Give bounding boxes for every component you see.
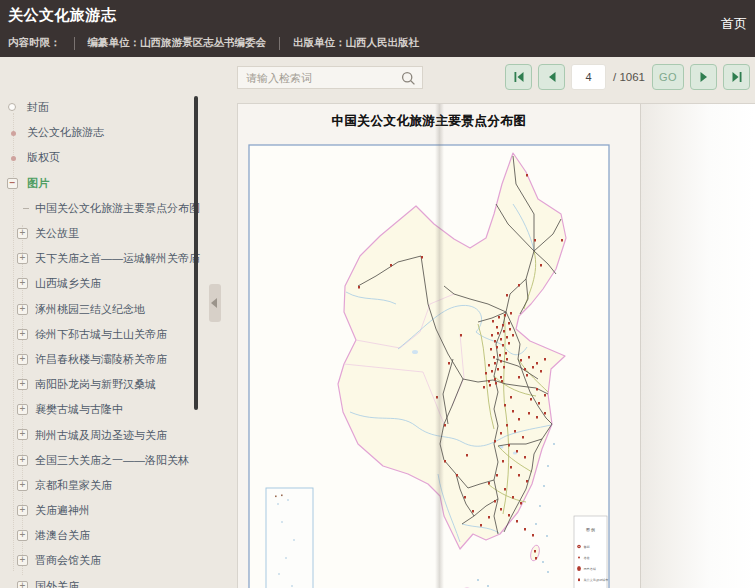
- expand-plus-icon[interactable]: +: [17, 329, 28, 340]
- toc-tree: 封面 关公文化旅游志 版权页 −图片 中国关公文化旅游主要景点分布图 +关公故里…: [0, 95, 199, 588]
- search-input[interactable]: [238, 67, 422, 88]
- header: 关公文化旅游志 首页 内容时限： 编纂单位：山西旅游景区志丛书编委会 出版单位：…: [0, 0, 755, 57]
- expand-plus-icon[interactable]: +: [17, 304, 28, 315]
- expand-plus-icon[interactable]: +: [17, 379, 28, 390]
- tree-item[interactable]: +京都和皇家关庙: [0, 473, 199, 498]
- map-legend: 图 例 首都 省会 历史名城 关公文化旅游城市 关公文化旅游景点: [574, 516, 608, 588]
- tree-item[interactable]: +天下关庙之首——运城解州关帝庙: [0, 246, 199, 271]
- last-page-icon: [731, 71, 743, 83]
- next-page-icon: [698, 71, 710, 83]
- meta-publisher: 出版单位：山西人民出版社: [293, 36, 419, 50]
- page-number-input[interactable]: [571, 64, 606, 90]
- collapse-minus-icon[interactable]: −: [7, 178, 18, 189]
- tree-item[interactable]: 版权页: [0, 145, 199, 170]
- dot-bullet-icon: [11, 131, 16, 136]
- expand-plus-icon[interactable]: +: [17, 278, 28, 289]
- tree-item-cover[interactable]: 封面: [0, 95, 199, 120]
- lake: [412, 350, 418, 354]
- page-viewer: 中国关公文化旅游主要景点分布图: [237, 103, 755, 588]
- expand-plus-icon[interactable]: +: [17, 253, 28, 264]
- tree-item[interactable]: +襄樊古城与古隆中: [0, 397, 199, 422]
- page-total: / 1061: [613, 71, 645, 83]
- legend-item: 首都: [584, 545, 590, 549]
- tree-item[interactable]: +晋商会馆关庙: [0, 548, 199, 573]
- expand-plus-icon[interactable]: +: [17, 429, 28, 440]
- meta-editor: 编纂单位：山西旅游景区志丛书编委会: [88, 36, 267, 50]
- search-box: [237, 66, 423, 89]
- expand-plus-icon[interactable]: +: [17, 354, 28, 365]
- leaf-dash-icon: [23, 208, 29, 209]
- map-page-title: 中国关公文化旅游主要景点分布图: [248, 113, 610, 130]
- first-page-icon: [513, 71, 525, 83]
- prev-page-button[interactable]: [538, 64, 565, 90]
- meta-time-range: 内容时限：: [8, 36, 61, 50]
- first-page-button[interactable]: [505, 64, 532, 90]
- tree-item[interactable]: +港澳台关庙: [0, 523, 199, 548]
- prev-page-icon: [546, 71, 558, 83]
- expand-plus-icon[interactable]: +: [17, 555, 28, 566]
- next-page-blank: [640, 104, 755, 588]
- book-title: 关公文化旅游志: [8, 6, 117, 25]
- expand-plus-icon[interactable]: +: [17, 228, 28, 239]
- home-link[interactable]: 首页: [721, 15, 747, 33]
- sea-inset: [266, 488, 313, 588]
- meta-divider: [74, 37, 75, 50]
- tree-item[interactable]: +关庙遍神州: [0, 498, 199, 523]
- tree-item[interactable]: +徐州下邳古城与土山关帝庙: [0, 322, 199, 347]
- pagination: / 1061 GO: [499, 64, 750, 90]
- legend-item: 关公文化旅游城市: [584, 578, 609, 582]
- tree-item[interactable]: +许昌春秋楼与灞陵桥关帝庙: [0, 347, 199, 372]
- expand-plus-icon[interactable]: +: [17, 404, 28, 415]
- expand-plus-icon[interactable]: +: [17, 530, 28, 541]
- book-meta: 内容时限： 编纂单位：山西旅游景区志丛书编委会 出版单位：山西人民出版社: [8, 36, 419, 50]
- tree-item[interactable]: +南阳卧龙岗与新野汉桑城: [0, 372, 199, 397]
- expand-plus-icon[interactable]: +: [17, 480, 28, 491]
- tree-item[interactable]: +关公故里: [0, 221, 199, 246]
- dot-bullet-icon: [11, 156, 16, 161]
- tree-item[interactable]: 关公文化旅游志: [0, 120, 199, 145]
- meta-divider: [279, 37, 280, 50]
- search-icon[interactable]: [401, 71, 416, 86]
- legend-item: 历史名城: [584, 567, 596, 571]
- tree-item[interactable]: +涿州桃园三结义纪念地: [0, 297, 199, 322]
- tree-item-map-page[interactable]: 中国关公文化旅游主要景点分布图: [0, 196, 199, 221]
- tree-item-pictures[interactable]: −图片: [0, 171, 199, 196]
- expand-plus-icon[interactable]: +: [17, 581, 28, 588]
- china-tourism-map: 图 例 首都 省会 历史名城 关公文化旅游城市 关公文化旅游景点: [248, 144, 610, 588]
- sidebar-scrollbar[interactable]: [194, 96, 198, 410]
- sidebar-collapse-handle[interactable]: [209, 284, 221, 322]
- tree-item[interactable]: +国外关庙: [0, 574, 199, 588]
- expand-plus-icon[interactable]: +: [17, 505, 28, 516]
- legend-item: 省会: [584, 556, 590, 560]
- radio-bullet-icon: [8, 103, 16, 111]
- go-button[interactable]: GO: [652, 64, 684, 90]
- next-page-button[interactable]: [690, 64, 717, 90]
- tree-item[interactable]: +山西城乡关庙: [0, 271, 199, 296]
- last-page-button[interactable]: [723, 64, 750, 90]
- expand-plus-icon[interactable]: +: [17, 455, 28, 466]
- tree-item[interactable]: +荆州古城及周边圣迹与关庙: [0, 422, 199, 447]
- tree-item[interactable]: +全国三大关庙之一——洛阳关林: [0, 448, 199, 473]
